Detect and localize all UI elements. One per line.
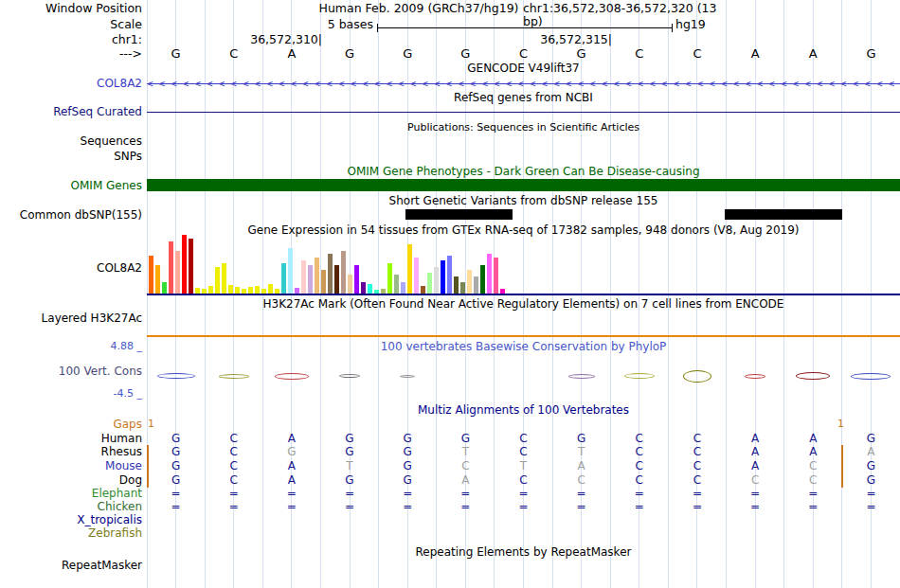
label-common-dbsnp[interactable]: Common dbSNP(155) [0,208,142,222]
gtex-bar[interactable] [387,263,392,294]
gtex-bar[interactable] [394,275,399,294]
label-gencode-gene[interactable]: COL8A2 [0,77,142,90]
gtex-bar[interactable] [368,284,372,294]
align-base: C [495,473,552,487]
species-label-mouse[interactable]: Mouse [0,459,142,472]
label-snps[interactable]: SNPs [0,150,142,163]
species-label-x_tropicalis[interactable]: X_tropicalis [0,513,142,526]
gtex-bar[interactable] [494,258,498,294]
label-strand-arrow[interactable]: ---> [0,47,142,61]
label-layered-h3k27ac[interactable]: Layered H3K27Ac [0,312,142,325]
gtex-bar[interactable] [281,263,286,294]
gtex-bar[interactable] [155,265,160,294]
gtex-bar[interactable] [427,273,432,294]
h3k27ac-signal-line[interactable] [147,335,900,337]
gtex-bar[interactable] [321,270,326,294]
align-base: G [552,432,610,445]
gtex-bar[interactable] [215,267,220,294]
gtex-bar[interactable] [414,258,419,294]
gtex-bar[interactable] [348,275,352,294]
gtex-bar[interactable] [248,287,253,294]
gtex-bar[interactable] [301,260,306,294]
species-label-zebrafish[interactable]: Zebrafish [0,526,142,540]
gtex-bar[interactable] [454,276,459,294]
scale-bar-line [378,27,672,28]
species-label-dog[interactable]: Dog [0,473,142,487]
gtex-bar[interactable] [315,258,319,294]
label-omim-genes[interactable]: OMIM Genes [0,179,142,192]
gtex-bar[interactable] [354,265,359,294]
species-label-elephant[interactable]: Elephant [0,487,142,500]
gtex-bar[interactable] [341,251,346,294]
gtex-bar[interactable] [447,256,452,294]
gtex-bar[interactable] [268,284,273,294]
gtex-bar[interactable] [228,285,233,294]
gtex-bar[interactable] [175,251,180,294]
omim-gene-bar[interactable] [147,179,900,191]
gtex-bar[interactable] [474,276,478,294]
refseq-gene-line[interactable] [147,112,900,113]
genome-browser-image: Human Feb. 2009 (GRCh37/hg19) chr1:36,57… [0,0,900,588]
label-gaps[interactable]: Gaps [0,418,142,431]
gtex-bar[interactable] [182,235,187,294]
gtex-bar[interactable] [480,265,485,294]
align-base: A [842,445,900,458]
align-unalignable: = [205,487,262,500]
gtex-bar[interactable] [441,260,445,294]
align-base: A [262,473,320,487]
align-base: C [610,473,668,487]
gtex-bar[interactable] [361,282,366,294]
label-repeatmasker[interactable]: RepeatMasker [0,559,142,572]
label-chrom[interactable]: chr1: [0,33,142,46]
gtex-bar[interactable] [407,244,412,294]
dbsnp-variant-bar[interactable] [725,209,842,220]
gtex-bar[interactable] [334,265,339,294]
gtex-bar[interactable] [169,241,173,294]
gtex-bar[interactable] [255,286,260,294]
align-base: C [668,432,726,445]
label-vert-cons[interactable]: 100 Vert. Cons [0,365,142,378]
align-unalignable: = [147,500,205,513]
label-window-position[interactable]: Window Position [0,2,142,15]
genome-label: hg19 [675,18,706,31]
align-base: T [495,459,552,472]
align-base: C [205,459,262,472]
gtex-bar[interactable] [162,282,167,294]
align-unalignable: = [262,487,320,500]
gtex-bar[interactable] [149,256,153,294]
align-base: C [727,473,784,487]
align-unalignable: = [437,500,495,513]
gencode-strand-arrows: <<<<<<<<<<<<<<<<<<<<<<<<<<<<<<<<<<<<<<<<… [147,78,900,90]
label-phylop-min[interactable]: -4.5 _ [0,387,142,401]
align-base: G [147,445,205,458]
gtex-bar[interactable] [222,263,226,294]
species-label-rhesus[interactable]: Rhesus [0,445,142,458]
label-scale[interactable]: Scale [0,18,142,31]
gtex-bar[interactable] [328,254,333,294]
gtex-bar[interactable] [308,265,313,294]
label-gtex-gene[interactable]: COL8A2 [0,261,142,275]
gtex-bar[interactable] [460,282,465,294]
gtex-bar[interactable] [401,282,405,294]
align-base: C [668,459,726,472]
gtex-bar[interactable] [434,267,439,294]
sequence-base: A [727,46,784,61]
gtex-bar[interactable] [208,286,213,294]
species-label-human[interactable]: Human [0,432,142,445]
label-refseq-curated[interactable]: RefSeq Curated [0,105,142,118]
species-label-chicken[interactable]: Chicken [0,500,142,513]
gtex-bar[interactable] [235,287,240,294]
gtex-gene-line[interactable] [147,294,900,295]
align-base: G [320,473,378,487]
gtex-bar[interactable] [189,239,193,294]
gtex-bar[interactable] [288,248,293,294]
align-unalignable: = [262,500,320,513]
label-phylop-max[interactable]: 4.88 _ [0,340,142,353]
gtex-bar[interactable] [487,254,492,294]
sequence-base: A [784,46,842,61]
align-base: T [320,459,378,472]
gtex-bar[interactable] [467,270,472,294]
gtex-bar[interactable] [421,286,425,294]
label-sequences[interactable]: Sequences [0,134,142,148]
dbsnp-variant-bar[interactable] [405,209,513,220]
